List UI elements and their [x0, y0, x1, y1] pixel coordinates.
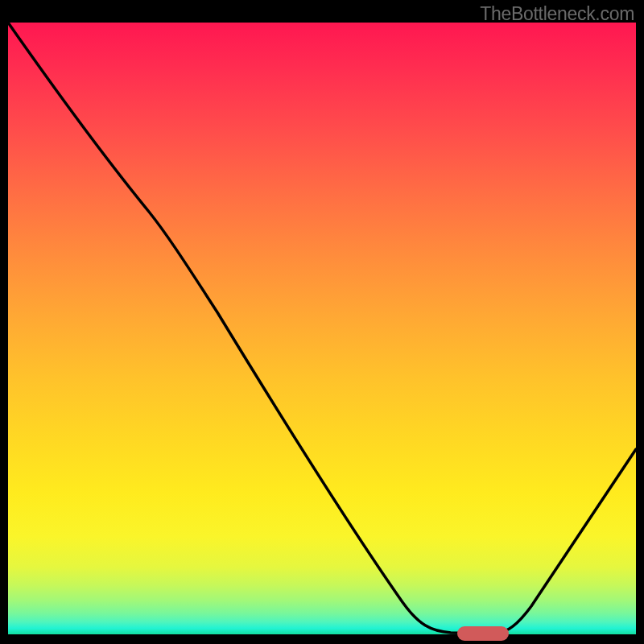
watermark-text: TheBottleneck.com [480, 3, 634, 25]
bottleneck-curve-path [8, 23, 636, 634]
chart-area [8, 23, 636, 634]
chart-curve [8, 23, 636, 634]
optimal-range-marker [457, 626, 509, 641]
